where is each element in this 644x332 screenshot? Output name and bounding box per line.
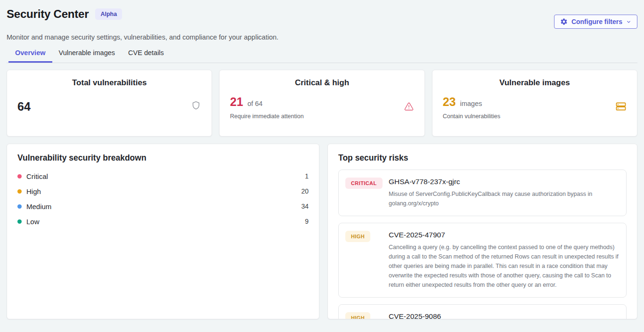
medium-dot-icon xyxy=(17,204,22,209)
tab-overview[interactable]: Overview xyxy=(8,49,52,63)
vulnerable-images-card: Vulnerable images 23 images Contain vuln… xyxy=(432,70,637,137)
critical-high-card: Critical & high 21 of 64 Require immedia… xyxy=(219,70,424,137)
tab-bar: Overview Vulnerable images CVE details xyxy=(7,49,637,63)
total-vulnerabilities-card: Total vulnerabilities 64 xyxy=(7,70,212,137)
critical-high-suffix: of 64 xyxy=(247,100,262,107)
risk-card-cve-2025-47907[interactable]: HIGH CVE-2025-47907 Cancelling a query (… xyxy=(338,223,627,298)
critical-high-value: 21 xyxy=(230,95,243,109)
severity-row-medium: Medium 34 xyxy=(17,199,309,214)
medium-count: 34 xyxy=(301,202,309,210)
vulnerable-images-note: Contain vulnerabilities xyxy=(443,113,500,120)
warning-triangle-icon xyxy=(404,101,414,113)
risk-id: CVE-2025-9086 xyxy=(389,312,441,319)
severity-row-low: Low 9 xyxy=(17,214,309,229)
severity-list: Critical 1 High 20 Medium 34 Low 9 xyxy=(17,169,309,229)
risk-id: GHSA-v778-237x-gjrc xyxy=(389,178,620,186)
shield-icon xyxy=(191,100,201,113)
top-risks-title: Top security risks xyxy=(338,153,627,163)
risk-card-ghsa-v778[interactable]: CRITICAL GHSA-v778-237x-gjrc Misuse of S… xyxy=(338,170,627,216)
page-subtitle: Monitor and manage security settings, vu… xyxy=(7,33,637,41)
vulnerable-images-suffix: images xyxy=(460,100,482,107)
critical-dot-icon xyxy=(17,174,22,178)
chevron-down-icon xyxy=(626,19,631,24)
low-count: 9 xyxy=(305,218,309,225)
risk-description: Misuse of ServerConfig.PublicKeyCallback… xyxy=(389,189,620,208)
vulnerability-breakdown-panel: Vulnerability security breakdown Critica… xyxy=(7,144,319,319)
security-center-page: Security Center Alpha Configure filters … xyxy=(0,0,644,319)
stat-card-title: Total vulnerabilities xyxy=(17,78,201,88)
high-dot-icon xyxy=(17,189,22,194)
critical-high-note: Require immediate attention xyxy=(230,113,303,120)
configure-filters-button[interactable]: Configure filters xyxy=(554,15,637,29)
title-wrap: Security Center Alpha xyxy=(7,7,122,21)
gear-icon xyxy=(560,18,568,25)
page-header: Security Center Alpha Configure filters xyxy=(7,7,637,29)
tab-vulnerable-images[interactable]: Vulnerable images xyxy=(52,49,122,63)
vulnerable-images-value: 23 xyxy=(443,95,456,109)
severity-row-high: High 20 xyxy=(17,184,309,199)
alpha-badge: Alpha xyxy=(95,8,122,20)
stat-card-title: Critical & high xyxy=(230,78,414,88)
total-vulnerabilities-value: 64 xyxy=(17,100,31,113)
severity-row-critical: Critical 1 xyxy=(17,169,309,184)
severity-badge-high: HIGH xyxy=(345,231,370,242)
stat-cards-row: Total vulnerabilities 64 Critical & high… xyxy=(7,70,637,137)
tab-cve-details[interactable]: CVE details xyxy=(122,49,171,63)
top-security-risks-panel: Top security risks CRITICAL GHSA-v778-23… xyxy=(327,144,637,319)
severity-badge-high: HIGH xyxy=(345,312,370,319)
low-dot-icon xyxy=(17,219,22,224)
high-count: 20 xyxy=(301,187,309,195)
severity-badge-critical: CRITICAL xyxy=(345,178,383,189)
page-title: Security Center xyxy=(7,8,89,21)
panels-row: Vulnerability security breakdown Critica… xyxy=(7,144,637,319)
risk-card-cve-2025-9086[interactable]: HIGH CVE-2025-9086 xyxy=(338,304,627,319)
critical-count: 1 xyxy=(305,172,309,180)
risk-description: Cancelling a query (e.g. by cancelling t… xyxy=(389,243,620,290)
risk-id: CVE-2025-47907 xyxy=(389,231,620,239)
breakdown-title: Vulnerability security breakdown xyxy=(17,153,309,163)
configure-filters-label: Configure filters xyxy=(571,18,622,25)
container-stack-icon xyxy=(615,101,627,114)
stat-card-title: Vulnerable images xyxy=(443,78,627,88)
